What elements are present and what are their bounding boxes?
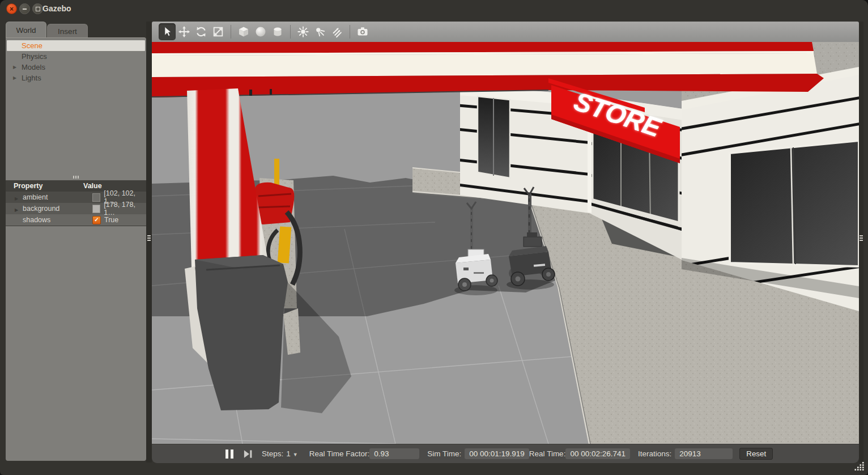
step-icon	[242, 448, 254, 460]
close-button[interactable]: ×	[6, 3, 17, 14]
close-icon: ×	[10, 6, 14, 12]
sim-time-label: Sim Time:	[427, 449, 461, 458]
sphere-icon	[254, 25, 267, 39]
sim-time-display: 00 00:01:19.919	[465, 448, 529, 459]
property-row-background[interactable]: ▶background [178, 178, 1…	[6, 203, 146, 214]
directional-light-icon	[331, 26, 343, 38]
tree-table-splitter[interactable]	[6, 176, 146, 179]
expand-arrow-icon[interactable]: ▶	[13, 65, 16, 70]
tree-item-lights[interactable]: ▶Lights	[6, 73, 146, 83]
maximize-icon	[36, 7, 40, 11]
property-row-shadows[interactable]: shadows ✓True	[6, 214, 146, 226]
viewport-toolbar	[152, 22, 859, 42]
screenshot-tool-button[interactable]	[354, 23, 371, 40]
panel-splitter-right[interactable]	[859, 22, 863, 463]
expand-arrow-icon[interactable]: ▶	[13, 75, 16, 80]
window-title: Gazebo	[42, 4, 71, 13]
scene-property-table: Property Value ▶ambient [102, 102, 1… ▶b…	[6, 180, 146, 226]
titlebar[interactable]: × Gazebo	[0, 0, 868, 17]
iterations-label: Iterations:	[638, 449, 671, 458]
cylinder-icon	[271, 25, 284, 39]
tree-item-scene[interactable]: Scene	[7, 40, 145, 51]
shadows-checkbox[interactable]: ✓	[92, 216, 101, 224]
reset-button[interactable]: Reset	[739, 448, 773, 460]
translate-tool-button[interactable]	[176, 23, 193, 40]
pause-icon	[225, 449, 228, 459]
value-column-header: Value	[83, 182, 102, 190]
3d-viewport[interactable]: STORE STORE	[152, 42, 859, 444]
point-light-icon	[297, 26, 309, 38]
pause-button[interactable]	[225, 449, 233, 459]
tab-world[interactable]: World	[6, 22, 46, 38]
real-time-factor-display: 0.93	[369, 448, 419, 459]
world-panel: Scene Physics ▶Models ▶Lights Property V…	[6, 37, 146, 461]
expand-arrow-icon[interactable]: ▶	[15, 196, 18, 201]
splitter-handle-icon[interactable]	[860, 235, 863, 241]
minimize-button[interactable]	[19, 3, 30, 14]
scale-icon	[212, 26, 224, 38]
scale-tool-button[interactable]	[210, 23, 227, 40]
splitter-handle-icon[interactable]	[147, 235, 151, 241]
iterations-display: 20913	[675, 448, 733, 459]
directional-light-tool-button[interactable]	[329, 23, 346, 40]
resize-grip-icon	[854, 462, 865, 470]
toolbar-separator	[350, 25, 350, 39]
simulation-status-bar: Steps: 1 ▼ Real Time Factor: 0.93 Sim Ti…	[152, 444, 859, 463]
step-button[interactable]	[242, 448, 254, 460]
tree-item-physics[interactable]: Physics	[6, 51, 146, 62]
camera-icon	[356, 25, 369, 39]
point-light-tool-button[interactable]	[295, 23, 312, 40]
translate-icon	[178, 26, 190, 38]
panel-splitter-left[interactable]	[146, 22, 152, 463]
spinner-caret-icon: ▼	[293, 452, 298, 457]
window-resize-grip[interactable]	[854, 462, 865, 473]
tab-insert[interactable]: Insert	[47, 24, 88, 38]
real-time-factor-label: Real Time Factor:	[309, 449, 370, 458]
gazebo-window: × Gazebo World Insert Scene Physics ▶Mod…	[0, 0, 868, 475]
maximize-button[interactable]	[32, 3, 43, 14]
real-time-display: 00 00:02:26.741	[565, 448, 630, 459]
select-cursor-icon	[161, 26, 173, 38]
rotate-tool-button[interactable]	[193, 23, 210, 40]
expand-arrow-icon[interactable]: ▶	[15, 207, 18, 213]
box-tool-button[interactable]	[235, 23, 252, 40]
property-column-header: Property	[6, 182, 83, 190]
toolbar-separator	[290, 25, 291, 39]
sphere-tool-button[interactable]	[252, 23, 269, 40]
steps-spinner[interactable]: 1 ▼	[286, 449, 297, 458]
steps-label: Steps:	[262, 449, 283, 458]
minimize-icon	[23, 9, 27, 10]
viewport-column: STORE STORE	[152, 22, 859, 463]
spot-light-tool-button[interactable]	[312, 23, 329, 40]
background-color-swatch	[92, 205, 100, 213]
rotate-icon	[195, 26, 207, 38]
spot-light-icon	[314, 26, 326, 38]
select-tool-button[interactable]	[159, 23, 176, 40]
cylinder-tool-button[interactable]	[269, 23, 286, 40]
gas-station-canopy	[152, 42, 824, 97]
toolbar-separator	[231, 25, 231, 39]
real-time-label: Real Time:	[529, 449, 566, 458]
steps-value: 1	[286, 449, 291, 458]
tree-item-models[interactable]: ▶Models	[6, 62, 146, 73]
box-icon	[237, 25, 250, 39]
world-tree: Scene Physics ▶Models ▶Lights	[6, 40, 146, 83]
